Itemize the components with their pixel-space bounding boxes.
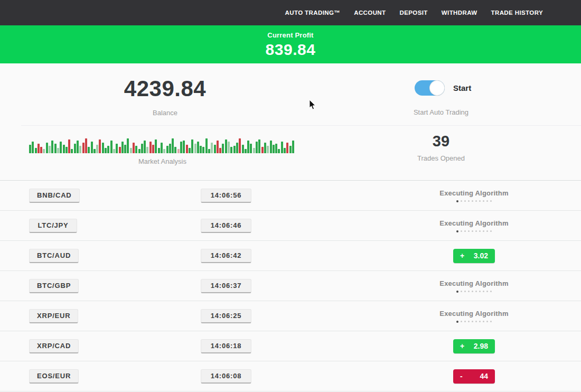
chart-bar: [281, 142, 283, 153]
chart-bar: [180, 142, 182, 153]
nav-item-account[interactable]: ACCOUNT: [354, 10, 386, 16]
time-chip: 14:06:46: [201, 219, 251, 233]
chart-bar: [144, 141, 146, 153]
time-chip: 14:06:42: [201, 249, 251, 263]
chart-bar: [239, 138, 241, 153]
pair-chip: BTC/AUD: [29, 249, 79, 263]
chart-bar: [65, 147, 68, 153]
chart-bar: [217, 141, 219, 153]
chart-bar: [116, 144, 118, 153]
trades-opened-block: 39 Trades Opened: [388, 133, 494, 162]
pair-chip: BTC/GBP: [29, 279, 79, 293]
chart-bar: [158, 148, 160, 153]
trade-status: +3.02: [428, 249, 520, 263]
chart-bar: [267, 146, 269, 153]
chart-bar: [79, 146, 81, 153]
trade-row: BNB/CAD 14:06:56 Executing Algorithm: [0, 181, 581, 211]
chart-bar: [256, 142, 258, 153]
time-chip: 14:06:08: [201, 369, 251, 384]
chart-bar: [63, 145, 65, 153]
chart-bar: [49, 146, 51, 153]
nav-item-trade-history[interactable]: TRADE HISTORY: [491, 10, 543, 16]
time-chip: 14:06:56: [201, 189, 251, 203]
trade-row: XRP/EUR 14:06:25 Executing Algorithm: [0, 301, 581, 331]
balance-value: 4239.84: [85, 76, 246, 101]
chart-bar: [250, 144, 252, 153]
chart-bar: [85, 138, 87, 153]
chart-bar: [68, 139, 70, 153]
chart-bar: [222, 144, 224, 153]
chart-bar: [200, 146, 202, 153]
chart-bar: [219, 148, 221, 153]
chart-bar: [43, 149, 45, 153]
chart-bar: [242, 145, 244, 153]
progress-dots: [428, 291, 520, 293]
trades-opened-label: Trades Opened: [388, 154, 494, 162]
trade-row: BTC/AUD 14:06:42 +3.02: [0, 241, 581, 271]
chart-bar: [149, 142, 152, 153]
trade-status: Executing Algorithm: [428, 219, 520, 232]
chart-bar: [183, 141, 185, 153]
profit-banner: Current Profit 839.84: [0, 25, 581, 63]
chart-bar: [135, 146, 137, 153]
nav-item-auto-trading[interactable]: AUTO TRADING™: [285, 10, 341, 16]
progress-dots: [428, 230, 520, 232]
chart-bar: [278, 149, 280, 153]
nav-item-withdraw[interactable]: WITHDRAW: [442, 10, 477, 16]
chart-bar: [247, 141, 249, 153]
progress-dots: [428, 200, 520, 202]
toggle-knob-icon: [430, 81, 444, 95]
chart-bar: [96, 145, 98, 153]
market-analysis-block: Market Analysis: [29, 138, 296, 165]
time-chip: 14:06:37: [201, 279, 251, 293]
profit-badge: +2.98: [453, 339, 495, 353]
trade-status: Executing Algorithm: [428, 279, 520, 293]
loss-badge: -44: [453, 369, 495, 384]
chart-bar: [124, 145, 126, 153]
chart-bar: [88, 147, 90, 153]
chart-bar: [186, 145, 188, 153]
chart-bar: [35, 148, 37, 153]
chart-bar: [286, 143, 288, 153]
profit-badge: +3.02: [453, 249, 495, 263]
chart-bar: [197, 142, 199, 153]
chart-bar: [261, 147, 264, 153]
chart-bar: [202, 147, 204, 153]
trade-row: EOS/EUR 14:06:08 -44: [0, 361, 581, 391]
chart-bar: [273, 145, 275, 153]
executing-algorithm-label: Executing Algorithm: [428, 189, 520, 197]
chart-bar: [163, 149, 165, 153]
chart-bar: [292, 141, 294, 153]
auto-trading-toggle[interactable]: [415, 80, 445, 96]
chart-bar: [130, 148, 132, 153]
chart-bar: [121, 142, 124, 153]
trade-row: BTC/GBP 14:06:37 Executing Algorithm: [0, 271, 581, 301]
chart-bar: [32, 142, 34, 153]
chart-bar: [191, 139, 193, 153]
chart-bar: [258, 139, 260, 153]
chart-bar: [38, 144, 40, 153]
chart-bar: [177, 149, 180, 153]
toggle-label: Start: [453, 83, 471, 92]
chart-bar: [233, 146, 236, 153]
chart-bar: [82, 143, 85, 153]
chart-bar: [29, 145, 31, 153]
pair-chip: BNB/CAD: [29, 189, 80, 203]
chart-bar: [57, 148, 59, 153]
trade-row: XRP/CAD 14:06:18 +2.98: [0, 331, 581, 361]
nav-item-deposit[interactable]: DEPOSIT: [400, 10, 428, 16]
trades-list: BNB/CAD 14:06:56 Executing Algorithm LTC…: [0, 180, 581, 391]
chart-bar: [208, 149, 210, 153]
market-analysis-chart: [29, 138, 296, 153]
chart-bar: [91, 142, 93, 153]
divider: [21, 125, 581, 126]
profit-banner-value: 839.84: [0, 41, 581, 59]
time-chip: 14:06:18: [201, 339, 251, 353]
chart-bar: [152, 145, 154, 153]
chart-bar: [253, 148, 255, 153]
chart-bar: [289, 146, 292, 153]
executing-algorithm-label: Executing Algorithm: [428, 219, 520, 227]
chart-bar: [141, 144, 143, 153]
chart-bar: [46, 143, 48, 153]
chart-bar: [169, 144, 171, 153]
